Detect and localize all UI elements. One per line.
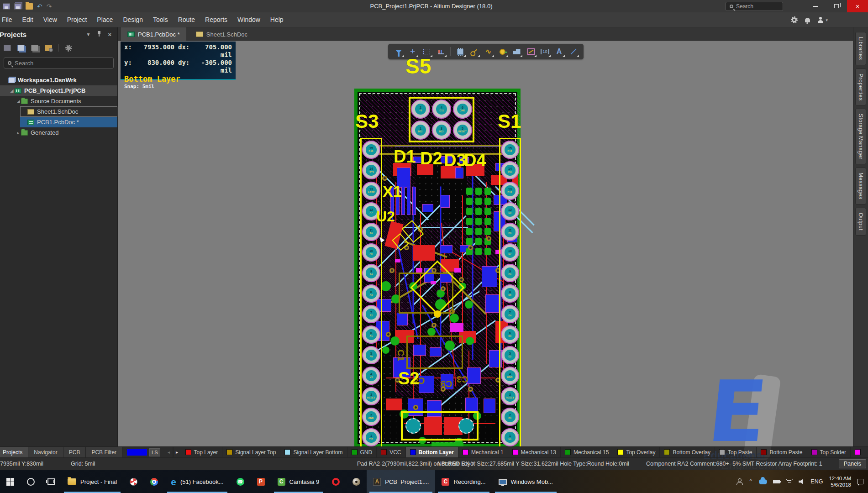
tree-item-pcb-project1-prjpcb[interactable]: ◢PCB_Project1.PrjPCB — [0, 85, 117, 96]
layer-tab-mechanical-13[interactable]: Mechanical 13 — [508, 447, 561, 457]
pad-right-11[interactable]: 11D8 — [501, 223, 519, 241]
trace-tool-icon[interactable] — [524, 45, 537, 58]
tab-sheet1-schdoc[interactable]: Sheet1.SchDoc — [189, 27, 254, 41]
tree-item-pcb1-pcbdoc-[interactable]: PCB1.PcbDoc * — [0, 117, 117, 127]
pad-right-8[interactable]: 8D5 — [501, 284, 519, 303]
pad-left-6[interactable]: 6A1 — [362, 325, 380, 344]
wifi-icon[interactable] — [786, 479, 793, 484]
tab-pcb1-pcbdoc[interactable]: PCB1.PcbDoc * — [121, 27, 186, 41]
chart-tool-icon[interactable] — [434, 45, 447, 58]
hidden-icons-chevron[interactable]: ⌃ — [748, 478, 753, 485]
tree-expand-icon[interactable]: ◢ — [9, 89, 15, 93]
pad-right-1[interactable]: 1D1 — [501, 428, 519, 446]
panel-tab-properties[interactable]: Properties — [855, 68, 866, 106]
pad-right-2[interactable]: 2D0 — [501, 408, 519, 426]
layer-tab-bottom-paste[interactable]: Bottom Paste — [757, 447, 807, 457]
pad-left-12[interactable]: 12A7 — [362, 202, 380, 220]
project-save-icon[interactable] — [4, 45, 11, 51]
pcb-board[interactable]: C1C4C9C315D1314+3V313AREF12A711A610A59A4… — [354, 89, 521, 446]
pad-s5-bottom-3[interactable]: 5RESET — [453, 121, 472, 140]
pad-s5-top-1[interactable]: 2+5 — [411, 100, 430, 119]
panel-pin-icon[interactable] — [94, 31, 105, 37]
line-tool-icon[interactable] — [567, 45, 580, 58]
panel-tab-messages[interactable]: Messages — [855, 168, 866, 205]
pad-right-9[interactable]: 9D6 — [501, 264, 519, 282]
pad-left-3[interactable]: 3RESET — [362, 387, 380, 405]
minimize-button[interactable] — [805, 0, 826, 12]
pad-left-10[interactable]: 10A5 — [362, 243, 380, 262]
tree-item-workspace1-dsnwrk[interactable]: Workspace1.DsnWrk — [0, 75, 117, 85]
battery-icon[interactable] — [773, 480, 780, 483]
restore-button[interactable] — [826, 0, 847, 12]
layer-tab-signal-layer-top[interactable]: Signal Layer Top — [222, 447, 280, 457]
bottom-tab-pcb[interactable]: PCB — [63, 447, 86, 457]
user-account-button[interactable]: ▾ — [817, 17, 828, 23]
pad-right-14[interactable]: 14D11 — [501, 161, 519, 179]
layer-tab-top-layer[interactable]: Top Layer — [181, 447, 223, 457]
via-tool-icon[interactable] — [496, 45, 509, 58]
redo-icon[interactable]: ↷ — [47, 3, 52, 10]
menu-tools[interactable]: Tools — [148, 12, 173, 27]
layer-tab-signal-layer-bottom[interactable]: Signal Layer Bottom — [280, 447, 347, 457]
panel-tab-libraries[interactable]: Libraries — [855, 32, 866, 65]
menu-view[interactable]: View — [38, 12, 62, 27]
pad-left-15[interactable]: 15D13 — [362, 141, 380, 159]
pcb-canvas[interactable]: PCB1.PcbDoc * Sheet1.SchDoc x:7935.000 d… — [118, 27, 853, 446]
tree-item-source-documents[interactable]: ◢Source Documents — [0, 96, 117, 106]
notifications-bell-icon[interactable] — [805, 18, 810, 22]
menu-project[interactable]: Project — [62, 12, 92, 27]
project-compare-icon[interactable] — [31, 45, 38, 51]
taskbar-whatsapp[interactable]: ☎ — [230, 470, 251, 493]
pad-left-1[interactable]: 1VIN — [362, 428, 380, 446]
pad-right-12[interactable]: 12D9 — [501, 202, 519, 220]
onedrive-icon[interactable] — [759, 479, 767, 484]
panel-tab-storage-manager[interactable]: Storage Manager — [855, 109, 866, 164]
layer-tab-extra[interactable] — [851, 447, 865, 457]
menu-reports[interactable]: Reports — [200, 12, 232, 27]
layer-tab-top-solder[interactable]: Top Solder — [807, 447, 851, 457]
pad-right-10[interactable]: 10D7 — [501, 243, 519, 262]
clock[interactable]: 12:40 AM 5/6/2018 — [829, 475, 851, 488]
menu-file[interactable]: File — [0, 12, 17, 27]
save-icon[interactable] — [3, 3, 10, 10]
cortana-button[interactable] — [21, 470, 41, 493]
bottom-tab-projects[interactable]: Projects — [0, 447, 28, 457]
route-tool-icon[interactable] — [468, 45, 481, 58]
text-tool-icon[interactable]: A — [552, 45, 566, 58]
scroll-layers-right[interactable]: ▸ — [173, 447, 181, 457]
squig-tool-icon[interactable]: ∿ — [482, 45, 495, 58]
bottom-tab-navigator[interactable]: Navigator — [28, 447, 63, 457]
pad-right-6[interactable]: 6D3 — [501, 325, 519, 344]
menu-place[interactable]: Place — [92, 12, 118, 27]
layer-tab-top-paste[interactable]: Top Paste — [715, 447, 757, 457]
dim-tool-icon[interactable]: 10 — [538, 45, 552, 58]
pad-s5-bottom-1[interactable]: 1D12 — [411, 121, 430, 140]
pad-right-15[interactable]: 15D12 — [501, 141, 519, 159]
pad-left-13[interactable]: 13AREF — [362, 182, 380, 200]
pad-left-2[interactable]: 2GND — [362, 408, 380, 426]
menu-design[interactable]: Design — [118, 12, 148, 27]
projects-search-input[interactable]: Search — [4, 58, 114, 68]
chip-tool-icon[interactable] — [453, 45, 467, 58]
pad-left-5[interactable]: 5A0 — [362, 346, 380, 364]
menu-window[interactable]: Window — [232, 12, 265, 27]
pad-right-13[interactable]: 13D10 — [501, 182, 519, 200]
filter-tool-icon[interactable] — [392, 45, 405, 58]
taskbar-edge-facebook[interactable]: e (51) Facebook... — [164, 470, 230, 493]
layer-tab-mechanical-15[interactable]: Mechanical 15 — [561, 447, 613, 457]
scroll-layers-left[interactable]: ◂ — [165, 447, 173, 457]
poly-tool-icon[interactable] — [510, 45, 523, 58]
pad-left-9[interactable]: 9A4 — [362, 264, 380, 282]
layer-tab-vcc[interactable]: VCC — [377, 447, 405, 457]
pad-left-7[interactable]: 7A2 — [362, 305, 380, 323]
cross-tool-icon[interactable]: + — [406, 45, 419, 58]
pad-s5-top-3[interactable]: 6GND — [453, 100, 472, 119]
taskbar-windows-mobility[interactable]: Windows Mob... — [492, 470, 559, 493]
tree-item-sheet1-schdoc[interactable]: Sheet1.SchDoc — [0, 106, 117, 117]
pad-s5-bottom-2[interactable]: 3D13 — [432, 121, 451, 140]
panel-tab-output[interactable]: Output — [855, 208, 866, 236]
bottom-tab-pcb-filter[interactable]: PCB Filter — [86, 447, 122, 457]
layer-tab-bottom-overlay[interactable]: Bottom Overlay — [660, 447, 715, 457]
pad-right-4[interactable]: 4GND — [501, 367, 519, 385]
pad-right-3[interactable]: 3RESET — [501, 387, 519, 405]
